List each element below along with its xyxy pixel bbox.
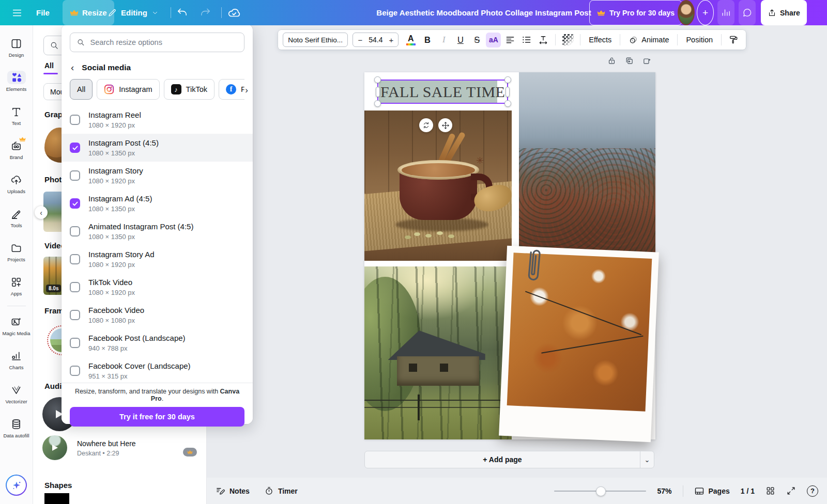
resize-option-row[interactable]: Animated Instagram Post (4:5) 1080 × 135… bbox=[62, 217, 253, 245]
text-color-button[interactable]: A bbox=[403, 33, 418, 48]
back-chevron-icon[interactable]: ‹ bbox=[71, 62, 74, 73]
resize-handle-bottom-left[interactable] bbox=[374, 100, 381, 107]
zoom-slider-thumb[interactable] bbox=[596, 486, 606, 496]
option-checkbox[interactable] bbox=[70, 226, 80, 237]
bold-button[interactable]: B bbox=[420, 33, 435, 48]
duplicate-page-button[interactable] bbox=[625, 56, 634, 67]
grid-view-button[interactable] bbox=[765, 486, 775, 496]
file-menu[interactable]: File bbox=[36, 0, 50, 25]
spacing-button[interactable] bbox=[535, 33, 550, 48]
list-button[interactable] bbox=[519, 33, 534, 48]
add-member-button[interactable]: + bbox=[697, 0, 714, 25]
rail-item-apps[interactable]: Apps bbox=[0, 269, 33, 303]
add-page-icon-button[interactable] bbox=[642, 56, 651, 67]
resize-option-row[interactable]: Facebook Cover (Landscape) 951 × 315 px bbox=[62, 357, 253, 383]
font-size-value[interactable]: 54.4 bbox=[369, 36, 382, 44]
comments-button[interactable] bbox=[739, 0, 756, 25]
zoom-slider[interactable] bbox=[554, 486, 646, 496]
redo-button[interactable] bbox=[200, 0, 211, 25]
resize-button[interactable]: Resize bbox=[63, 0, 114, 25]
decrease-font-button[interactable]: − bbox=[358, 36, 362, 44]
rail-item-magic-media[interactable]: Magic Media bbox=[0, 309, 33, 343]
zoom-level[interactable]: 57% bbox=[657, 487, 671, 495]
lock-page-button[interactable] bbox=[607, 56, 616, 67]
option-checkbox[interactable] bbox=[70, 170, 80, 181]
avatar[interactable] bbox=[678, 0, 695, 25]
resize-handle-bottom-right[interactable] bbox=[504, 100, 511, 107]
document-title[interactable]: Beige Aesthetic Moodboard Photo Collage … bbox=[390, 0, 577, 25]
try-free-button[interactable]: Try it free for 30 days bbox=[70, 407, 244, 427]
chip-facebook[interactable]: f Faceb bbox=[219, 79, 244, 100]
resize-option-row[interactable]: Instagram Story 1080 × 1920 px bbox=[62, 162, 253, 190]
pages-button[interactable]: Pages bbox=[694, 486, 730, 496]
move-handle[interactable] bbox=[438, 118, 452, 132]
design-page[interactable]: ✳ FALL SALE TIME bbox=[364, 72, 655, 439]
undo-button[interactable] bbox=[176, 0, 188, 25]
option-checkbox[interactable] bbox=[70, 310, 80, 320]
try-pro-button[interactable]: Try Pro for 30 days bbox=[589, 0, 682, 25]
editing-mode-dropdown[interactable]: Editing bbox=[108, 0, 159, 25]
resize-handle-right[interactable] bbox=[506, 87, 510, 97]
resize-option-row[interactable]: Instagram Post (4:5) 1080 × 1350 px bbox=[62, 134, 253, 162]
rail-item-uploads[interactable]: Uploads bbox=[0, 167, 33, 201]
resize-search-box[interactable] bbox=[70, 33, 244, 52]
rail-item-vectorizer[interactable]: Vectorizer bbox=[0, 377, 33, 411]
option-checkbox[interactable] bbox=[70, 115, 80, 125]
option-checkbox[interactable] bbox=[70, 198, 80, 209]
cloud-sync-icon[interactable] bbox=[227, 0, 241, 25]
chip-instagram[interactable]: Instagram bbox=[97, 79, 159, 100]
increase-font-button[interactable]: + bbox=[389, 36, 394, 44]
resize-search-input[interactable] bbox=[90, 38, 238, 46]
add-page-button[interactable]: + Add page bbox=[365, 451, 640, 468]
add-page-caret[interactable]: ⌄ bbox=[640, 451, 654, 468]
resize-handle-top-left[interactable] bbox=[374, 76, 381, 83]
rail-item-projects[interactable]: Projects bbox=[0, 235, 33, 269]
insights-button[interactable] bbox=[717, 0, 734, 25]
notes-button[interactable]: Notes bbox=[216, 486, 250, 496]
underline-button[interactable]: U bbox=[453, 33, 468, 48]
carousel-prev-button[interactable]: ‹ bbox=[35, 206, 48, 219]
italic-button[interactable]: I bbox=[436, 33, 451, 48]
text-case-button[interactable]: aA bbox=[486, 33, 501, 48]
fullscreen-button[interactable] bbox=[786, 486, 796, 496]
selection-box[interactable] bbox=[377, 80, 508, 104]
option-checkbox[interactable] bbox=[70, 366, 80, 376]
back-to-categories[interactable]: ‹ Social media bbox=[71, 62, 131, 73]
rail-item-brand[interactable]: Brand bbox=[0, 133, 33, 167]
rail-item-elements[interactable]: Elements bbox=[0, 65, 33, 99]
transparency-button[interactable] bbox=[560, 33, 575, 48]
resize-option-row[interactable]: Facebook Post (Landscape) 940 × 788 px bbox=[62, 329, 253, 357]
resize-handle-left[interactable] bbox=[376, 87, 380, 97]
effects-button[interactable]: Effects bbox=[585, 36, 615, 44]
resize-handle-top-right[interactable] bbox=[504, 76, 511, 83]
rail-item-charts[interactable]: Charts bbox=[0, 343, 33, 377]
animate-button[interactable]: Animate bbox=[625, 35, 672, 45]
resize-option-row[interactable]: Instagram Ad (4:5) 1080 × 1350 px bbox=[62, 190, 253, 217]
rail-item-data-autofill[interactable]: Data autofill bbox=[0, 411, 33, 445]
hamburger-menu-icon[interactable] bbox=[11, 0, 23, 25]
rotate-handle[interactable] bbox=[419, 118, 433, 132]
resize-option-row[interactable]: Instagram Reel 1080 × 1920 px bbox=[62, 106, 253, 134]
help-button[interactable]: ? bbox=[807, 485, 818, 497]
timer-button[interactable]: Timer bbox=[264, 486, 298, 496]
shape-square-black[interactable] bbox=[44, 493, 69, 504]
tab-all[interactable]: All bbox=[44, 61, 54, 70]
font-selector[interactable]: Noto Serif Ethio... bbox=[283, 33, 348, 47]
alignment-button[interactable] bbox=[502, 33, 517, 48]
resize-option-row[interactable]: Facebook Video 1080 × 1080 px bbox=[62, 301, 253, 329]
chips-scroll-chevron[interactable]: › bbox=[243, 85, 250, 96]
share-button[interactable]: Share bbox=[761, 0, 807, 25]
option-checkbox[interactable] bbox=[70, 254, 80, 264]
chip-tiktok[interactable]: ♪ TikTok bbox=[164, 79, 215, 100]
option-checkbox[interactable] bbox=[70, 143, 80, 153]
audio-track-title[interactable]: Nowhere but Here bbox=[77, 439, 136, 448]
resize-option-row[interactable]: TikTok Video 1080 × 1920 px bbox=[62, 273, 253, 301]
magic-assistant-button[interactable] bbox=[6, 475, 27, 496]
rail-item-text[interactable]: Text bbox=[0, 99, 33, 133]
photo-coffee-mug[interactable]: ✳ bbox=[364, 111, 512, 261]
photo-forest-cabin[interactable] bbox=[364, 266, 512, 439]
option-checkbox[interactable] bbox=[70, 282, 80, 292]
option-checkbox[interactable] bbox=[70, 338, 80, 348]
audio-thumbnail-2[interactable] bbox=[42, 435, 67, 460]
strikethrough-button[interactable]: S bbox=[469, 33, 484, 48]
